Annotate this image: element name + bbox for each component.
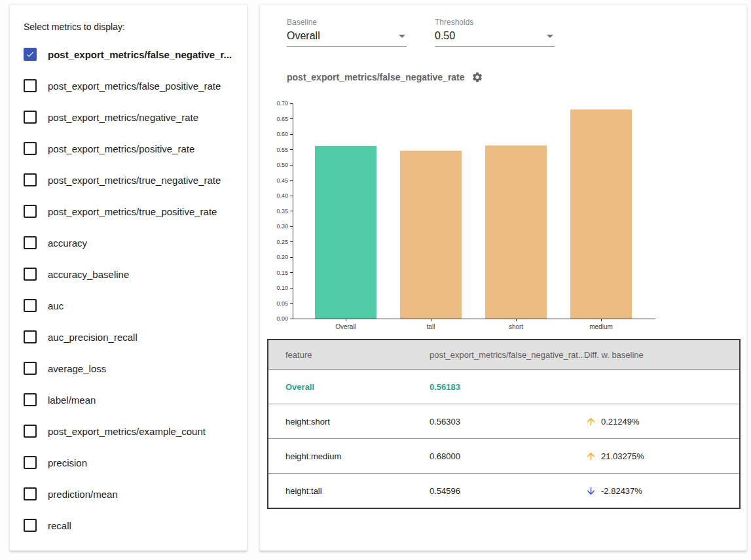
checkbox-unchecked-icon[interactable] [24,487,37,500]
table-row: height:tall0.54596-2.82437% [268,473,739,508]
metric-checkbox-row[interactable]: auc [24,290,242,321]
metric-label: precision [48,457,87,468]
table-header-cell: feature [268,350,430,360]
feature-cell: height:short [268,417,430,427]
metric-label: prediction/mean [48,489,118,500]
diff-cell: -2.82437% [584,485,739,497]
metric-label: post_export_metrics/true_positive_rate [48,206,217,217]
feature-cell: height:tall [268,486,430,496]
thresholds-label: Thresholds [435,18,555,27]
metric-value-cell: 0.56183 [430,382,584,392]
table-header-row: featurepost_export_metrics/false_negativ… [268,340,739,369]
arrow-up-icon [585,451,596,462]
chart-title: post_export_metrics/false_negative_rate [287,72,465,82]
metric-label: average_loss [48,363,106,374]
table-header-cell: post_export_metrics/false_negative_rat..… [430,350,584,360]
checkbox-checked-icon[interactable] [24,48,37,61]
metric-checkbox-row[interactable]: accuracy [24,227,242,258]
table-header-cell: Diff. w. baseline [584,350,739,360]
svg-text:0.25: 0.25 [276,239,288,245]
metric-label: auc [48,300,64,311]
metric-checkbox-row[interactable]: post_export_metrics/example_count [24,415,242,447]
svg-text:0.20: 0.20 [276,254,288,260]
thresholds-select[interactable]: Thresholds 0.50 [435,18,555,47]
chevron-down-icon [399,35,405,38]
svg-text:0.65: 0.65 [276,116,288,122]
checkbox-unchecked-icon[interactable] [24,456,37,469]
checkbox-unchecked-icon[interactable] [24,299,37,312]
bar-Overall[interactable] [315,146,376,319]
checkbox-unchecked-icon[interactable] [24,205,37,218]
metric-checkbox-row[interactable]: post_export_metrics/positive_rate [24,133,242,164]
baseline-select[interactable]: Baseline Overall [287,18,407,47]
metric-checkbox-row[interactable]: post_export_metrics/false_negative_r... [24,39,242,70]
metric-checkbox-row[interactable]: post_export_metrics/false_positive_rate [24,70,242,101]
arrow-up-icon [585,416,596,427]
metric-value-cell: 0.54596 [430,486,584,496]
checkbox-unchecked-icon[interactable] [24,79,37,92]
chevron-down-icon [547,35,553,38]
checkbox-unchecked-icon[interactable] [24,425,37,438]
metric-checkbox-row[interactable]: auc_precision_recall [24,321,242,353]
metric-checkbox-row[interactable]: post_export_metrics/true_negative_rate [24,164,242,196]
metric-value-cell: 0.68000 [430,451,584,461]
metric-bar-chart[interactable]: 0.000.050.100.150.200.250.300.350.400.45… [273,97,669,334]
svg-text:0.40: 0.40 [276,192,288,199]
feature-cell: Overall [268,382,430,392]
metric-checkbox-row[interactable]: accuracy_baseline [24,258,242,290]
checkbox-unchecked-icon[interactable] [24,268,37,281]
metric-checkbox-row[interactable]: post_export_metrics/true_positive_rate [24,196,242,227]
svg-text:0.45: 0.45 [276,177,288,184]
diff-cell: 21.03275% [584,451,739,462]
gear-icon[interactable] [471,71,483,83]
metric-checkbox-row[interactable]: precision [24,447,242,478]
thresholds-value: 0.50 [435,30,455,42]
metric-checkbox-row[interactable]: label/mean [24,384,242,415]
bar-medium[interactable] [570,109,632,319]
bar-short[interactable] [485,145,547,319]
metric-checkbox-row[interactable]: prediction/mean [24,478,242,510]
metric-detail-panel: Baseline Overall Thresholds 0.50 post_ex… [259,4,747,551]
metric-checkbox-row[interactable]: recall [24,510,242,541]
checkbox-unchecked-icon[interactable] [24,330,37,343]
metric-label: post_export_metrics/false_positive_rate [48,80,221,92]
svg-text:0.00: 0.00 [276,315,288,322]
checkbox-unchecked-icon[interactable] [24,393,37,406]
svg-text:0.15: 0.15 [276,270,288,276]
checkbox-unchecked-icon[interactable] [24,362,37,375]
metric-checkbox-row[interactable]: post_export_metrics/negative_rate [24,101,242,133]
svg-text:0.10: 0.10 [276,285,288,291]
diff-cell: 0.21249% [584,416,739,427]
metric-label: accuracy_baseline [48,269,129,280]
metric-label: post_export_metrics/positive_rate [48,143,194,154]
svg-text:0.70: 0.70 [276,100,288,107]
diff-value: 21.03275% [601,451,644,461]
metric-label: post_export_metrics/false_negative_r... [48,49,232,60]
svg-text:0.05: 0.05 [276,300,288,307]
metric-label: post_export_metrics/negative_rate [48,112,198,123]
svg-text:0.60: 0.60 [276,131,288,137]
metrics-table: featurepost_export_metrics/false_negativ… [267,339,741,509]
diff-value: 0.21249% [601,417,640,427]
metric-label: recall [48,520,71,531]
chart-header: post_export_metrics/false_negative_rate [287,71,483,83]
bar-tall[interactable] [400,150,462,319]
checkbox-unchecked-icon[interactable] [24,236,37,249]
svg-text:0.30: 0.30 [276,223,288,230]
checkbox-unchecked-icon[interactable] [24,142,37,155]
checkbox-unchecked-icon[interactable] [24,111,37,124]
table-row: height:medium0.6800021.03275% [268,438,739,473]
metric-label: accuracy [48,237,87,249]
svg-text:0.55: 0.55 [276,147,288,153]
feature-cell: height:medium [268,451,430,461]
checkbox-unchecked-icon[interactable] [24,519,37,532]
checkbox-unchecked-icon[interactable] [24,173,37,186]
svg-text:medium: medium [589,323,613,330]
svg-text:short: short [509,323,523,330]
metric-value-cell: 0.56303 [430,417,584,427]
metric-label: post_export_metrics/example_count [48,426,206,437]
metric-checkbox-row[interactable]: average_loss [24,353,242,384]
metric-selector-title: Select metrics to display: [24,22,125,32]
svg-text:0.50: 0.50 [276,162,288,168]
svg-text:0.35: 0.35 [276,208,288,215]
